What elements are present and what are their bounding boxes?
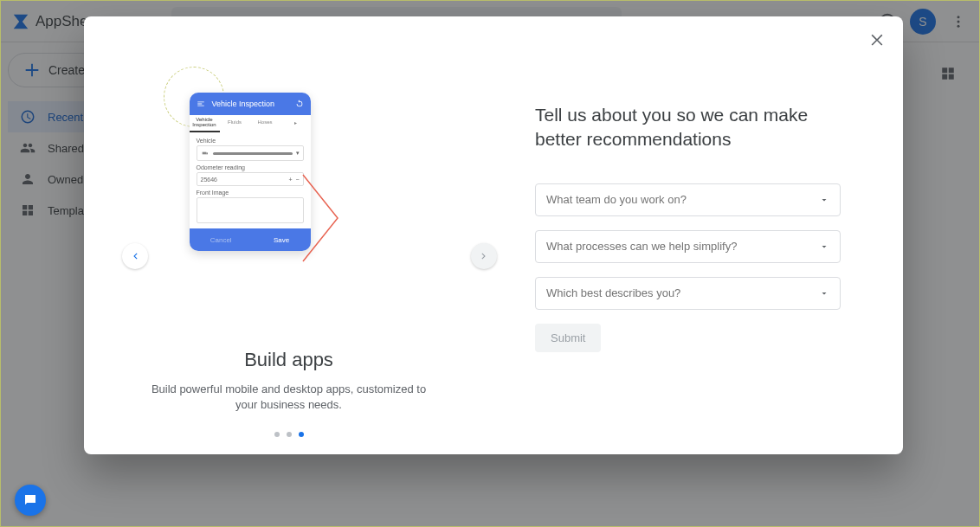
close-icon [868,30,886,48]
describes-dropdown[interactable]: Which best describes you? [535,277,841,310]
odometer-value: 25646 [201,177,217,183]
phone-label: Front Image [197,190,304,196]
menu-icon [197,100,205,108]
carousel-dot[interactable] [299,432,304,437]
field-placeholder: What processes can we help simplify? [546,240,737,253]
onboarding-modal: Vehicle Inspection Vehicle Inspection Fl… [84,16,903,454]
chevron-down-icon [819,241,829,252]
arrow-decoration [299,170,351,266]
phone-mockup: Vehicle Inspection Vehicle Inspection Fl… [190,93,311,251]
close-button[interactable] [867,29,887,49]
team-dropdown[interactable]: What team do you work on? [535,183,841,216]
field-placeholder: Which best describes you? [546,286,680,299]
modal-left-pane: Vehicle Inspection Vehicle Inspection Fl… [84,16,493,454]
modal-right-pane: Tell us about you so we can make better … [493,16,903,454]
svg-rect-4 [206,152,208,154]
phone-tab: Fluids [220,116,250,128]
truck-icon [201,150,210,157]
refresh-icon [295,100,304,108]
svg-rect-3 [202,152,206,155]
chevron-right-icon [478,250,490,262]
carousel-dots [274,432,304,437]
chat-fab[interactable] [15,485,46,516]
chat-icon [23,492,38,508]
chevron-down-icon [819,288,829,299]
phone-tab: Hoses [250,116,280,128]
chevron-down-icon [819,195,829,205]
form-title: Tell us about you so we can make better … [535,103,829,152]
carousel-dot[interactable] [274,432,280,437]
phone-tab: Vehicle Inspection [190,113,220,131]
illustration: Vehicle Inspection Vehicle Inspection Fl… [190,75,415,316]
phone-label: Vehicle [197,138,304,144]
carousel-prev-button[interactable] [122,243,148,269]
chevron-left-icon [129,250,141,262]
carousel-next-button[interactable] [471,243,497,269]
phone-label: Odometer reading [197,164,304,170]
carousel-dot[interactable] [287,432,292,437]
processes-dropdown[interactable]: What processes can we help simplify? [535,230,841,263]
phone-title: Vehicle Inspection [212,100,288,108]
phone-save: Save [274,236,289,244]
phone-cancel: Cancel [210,236,232,244]
submit-button[interactable]: Submit [535,324,601,352]
slide-description: Build powerful mobile and desktop apps, … [142,382,436,413]
field-placeholder: What team do you work on? [546,193,687,206]
slide-title: Build apps [244,349,333,371]
